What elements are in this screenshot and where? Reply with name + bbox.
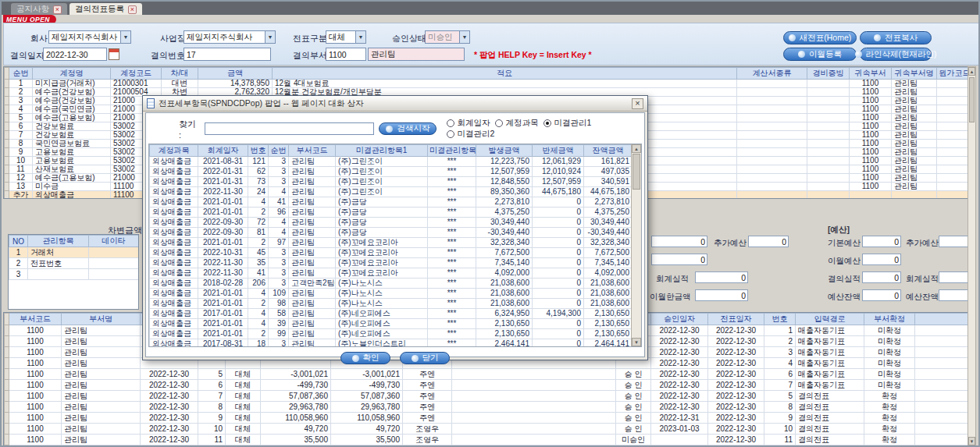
cell[interactable]: 6 <box>9 122 33 131</box>
cell[interactable] <box>807 157 850 165</box>
cell[interactable]: *** <box>428 238 476 248</box>
cell[interactable]: 건강보험료 <box>33 131 111 140</box>
cell[interactable]: 관리팀 <box>892 105 937 114</box>
cell[interactable]: -499,730 <box>261 380 331 391</box>
cell[interactable]: 21,038,600 <box>584 299 633 309</box>
cell[interactable] <box>892 191 937 200</box>
cell[interactable]: 0 <box>533 278 584 289</box>
cell[interactable]: 2022-12-30 <box>141 391 198 402</box>
cell[interactable]: 외상매출금 <box>150 208 198 218</box>
cell[interactable]: 1 <box>9 80 33 88</box>
cell[interactable]: 7,672,500 <box>476 248 533 258</box>
scroll-up-icon[interactable]: ▲ <box>632 144 641 153</box>
cell[interactable]: 관리팀 <box>289 319 336 329</box>
cell[interactable]: 1100 <box>9 358 62 369</box>
cell[interactable]: 주엔 <box>403 402 452 413</box>
table-row[interactable]: 외상매출금2021-01-01299관리팀(주)네오피에스***2,130,65… <box>150 329 633 339</box>
popup-title-bar[interactable]: 전표세부항목(SPNDCDPop) 팝업 -- 웹 페이지 대화 상자 × <box>143 96 647 112</box>
scroll-down-icon[interactable]: ▼ <box>632 338 641 346</box>
radio-option[interactable]: 회계일자 <box>447 118 490 129</box>
company-select[interactable]: 제일저지주식회사 ▼ <box>48 30 131 44</box>
cell[interactable]: 2023-01-03 <box>651 424 708 435</box>
cell[interactable]: 4,194,300 <box>533 309 584 319</box>
cell[interactable]: 관리팀 <box>62 435 141 445</box>
cell[interactable]: 외상매출금 <box>33 191 111 200</box>
cell[interactable]: (주)네오피에스 <box>336 329 428 339</box>
cell[interactable]: 미확정 <box>864 380 915 391</box>
cell[interactable]: 2021-01-01 <box>198 299 248 309</box>
cell[interactable]: 11 <box>198 435 226 445</box>
cell[interactable]: 확정 <box>864 391 915 402</box>
cell[interactable]: (주)꼬메요코리아 <box>336 268 428 278</box>
cell[interactable]: 2022-12-30 <box>708 435 764 445</box>
cell[interactable]: 관리팀 <box>62 369 141 380</box>
cell[interactable]: 0 <box>533 299 584 309</box>
cell[interactable]: 41 <box>248 268 269 278</box>
cell[interactable]: 추가 <box>9 191 33 200</box>
cell[interactable] <box>807 174 850 183</box>
cell[interactable]: 대체 <box>226 402 261 413</box>
cell[interactable]: 고용보험료 <box>33 148 111 157</box>
cell[interactable]: 확정 <box>864 435 915 445</box>
cell[interactable]: 2022-09-30 <box>198 228 248 238</box>
cell[interactable]: 2 <box>248 238 269 248</box>
cell[interactable]: 외상매출금 <box>150 299 198 309</box>
cell[interactable] <box>452 424 616 435</box>
cell[interactable]: 12,223,750 <box>476 157 533 167</box>
cell[interactable]: 0 <box>533 289 584 299</box>
cell[interactable]: 3 <box>269 167 289 177</box>
cell[interactable] <box>807 191 850 200</box>
cell[interactable]: 5 <box>198 369 226 380</box>
cell[interactable]: 4 <box>248 319 269 329</box>
cell[interactable]: 결의전표 <box>796 413 864 424</box>
cell[interactable]: 21,038,600 <box>476 289 533 299</box>
cell[interactable] <box>737 148 807 157</box>
cell[interactable]: 24 <box>248 187 269 197</box>
cell[interactable]: 관리팀 <box>892 131 937 140</box>
cell[interactable]: 외상매출금 <box>150 187 198 197</box>
cell[interactable]: 2 <box>248 299 269 309</box>
cell[interactable]: 외상매출금 <box>150 197 198 208</box>
radio-dot-icon[interactable] <box>543 119 551 127</box>
cell[interactable]: 2022-12-30 <box>708 369 764 380</box>
cell[interactable]: 4 <box>269 228 289 238</box>
cell[interactable]: 외상매출금 <box>150 309 198 319</box>
cell[interactable]: 4 <box>248 289 269 299</box>
cell[interactable] <box>737 174 807 183</box>
cell[interactable]: 6 <box>764 369 796 380</box>
cell[interactable]: 2022-12-30 <box>651 380 708 391</box>
cell[interactable]: 12,061,929 <box>533 157 584 167</box>
cell[interactable]: 2,273,810 <box>476 197 533 208</box>
cell[interactable] <box>807 88 850 97</box>
cell[interactable]: 9 <box>9 148 33 157</box>
cell[interactable]: 3 <box>269 339 289 348</box>
budget-carryover-value[interactable] <box>862 254 901 265</box>
budget-base-value[interactable] <box>862 236 901 247</box>
cell[interactable]: 497,035 <box>584 167 633 177</box>
cell[interactable]: 7,672,500 <box>584 248 633 258</box>
cell[interactable]: 161,821 <box>584 157 633 167</box>
cell[interactable]: 2022-01-31 <box>198 167 248 177</box>
cell[interactable]: 21,038,600 <box>476 299 533 309</box>
cell[interactable]: 4 <box>248 309 269 319</box>
cell[interactable]: 관리팀 <box>289 238 336 248</box>
cell[interactable]: 미확정 <box>864 369 915 380</box>
cell[interactable]: 2022-12-30 <box>708 402 764 413</box>
cell[interactable]: 2017-01-01 <box>198 309 248 319</box>
cell[interactable]: 대체 <box>226 435 261 445</box>
cell[interactable]: 매출자동기표 <box>796 358 864 369</box>
new-slip-button[interactable]: 새전표(Home) <box>783 31 857 44</box>
scroll-down-icon[interactable]: ▼ <box>968 437 975 445</box>
cell[interactable]: 49,720 <box>331 424 403 435</box>
cell[interactable]: 고용보험료 <box>33 157 111 165</box>
cell[interactable] <box>452 380 616 391</box>
cell[interactable]: (주)네오피에스 <box>336 309 428 319</box>
cell[interactable] <box>807 122 850 131</box>
table-row[interactable]: 외상매출금2021-01-01296관리팀(주)금당***4,375,25004… <box>150 208 633 218</box>
cell[interactable]: 2022-12-30 <box>708 325 764 336</box>
cell[interactable] <box>915 358 973 369</box>
cell[interactable]: 1100 <box>850 114 892 122</box>
cell[interactable]: -30,349,440 <box>476 228 533 238</box>
cell[interactable]: 2,130,650 <box>584 319 633 329</box>
cell[interactable]: *** <box>428 187 476 197</box>
